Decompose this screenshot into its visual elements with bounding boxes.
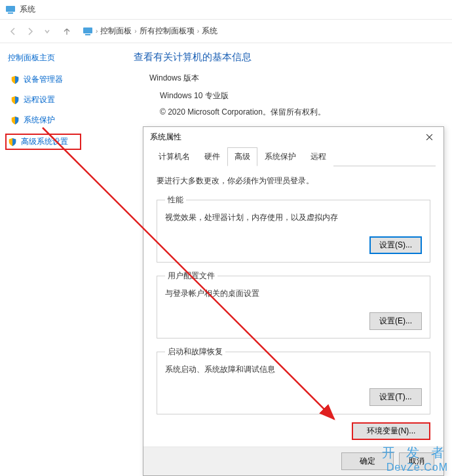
dialog-titlebar: 系统属性: [143, 127, 443, 147]
sidebar-item-label: 远程设置: [24, 94, 55, 105]
back-button[interactable]: [7, 25, 20, 38]
sidebar-item-device-manager[interactable]: 设备管理器: [8, 73, 123, 86]
admin-note: 要进行大多数更改，你必须作为管理员登录。: [157, 175, 430, 187]
svg-rect-2: [83, 27, 92, 33]
startup-recovery-legend: 启动和故障恢复: [165, 346, 225, 357]
tab-advanced[interactable]: 高级: [227, 147, 257, 166]
dialog-footer: 确定 取消: [143, 447, 443, 475]
environment-variables-button[interactable]: 环境变量(N)...: [352, 422, 430, 440]
navigation-bar: › 控制面板 › 所有控制面板项 › 系统: [0, 20, 452, 43]
svg-rect-1: [8, 12, 13, 14]
sidebar-item-advanced-system-settings[interactable]: 高级系统设置: [5, 134, 81, 150]
shield-icon: [10, 75, 20, 84]
startup-recovery-settings-button[interactable]: 设置(T)...: [369, 388, 422, 406]
svg-rect-3: [85, 34, 90, 35]
system-icon: [5, 5, 16, 15]
window-titlebar: 系统: [0, 0, 452, 20]
sidebar-home-link[interactable]: 控制面板主页: [8, 52, 123, 64]
shield-icon: [10, 96, 20, 105]
chevron-right-icon: ›: [96, 27, 98, 35]
user-profiles-legend: 用户配置文件: [165, 270, 217, 282]
performance-legend: 性能: [165, 194, 186, 206]
performance-group: 性能 视觉效果，处理器计划，内存使用，以及虚拟内存 设置(S)...: [157, 194, 430, 263]
shield-icon: [8, 137, 17, 147]
close-icon: [426, 134, 433, 141]
up-button[interactable]: [60, 25, 73, 38]
sidebar-item-label: 设备管理器: [24, 74, 63, 85]
user-profiles-group: 用户配置文件 与登录帐户相关的桌面设置 设置(E)...: [157, 270, 430, 339]
sidebar-item-label: 高级系统设置: [21, 136, 68, 147]
chevron-right-icon: ›: [197, 27, 199, 35]
chevron-right-icon: ›: [134, 27, 136, 35]
user-profiles-settings-button[interactable]: 设置(E)...: [369, 312, 422, 330]
forward-button[interactable]: [24, 25, 37, 38]
window-title: 系统: [20, 4, 35, 15]
performance-settings-button[interactable]: 设置(S)...: [369, 236, 422, 254]
startup-recovery-desc: 系统启动、系统故障和调试信息: [165, 364, 422, 375]
shield-icon: [10, 116, 20, 125]
windows-version-label: Windows 版本: [149, 73, 452, 84]
sidebar: 控制面板主页 设备管理器 远程设置 系统保护 高级系统设置: [0, 43, 131, 476]
sidebar-item-remote-settings[interactable]: 远程设置: [8, 93, 123, 107]
startup-recovery-group: 启动和故障恢复 系统启动、系统故障和调试信息 设置(T)...: [157, 346, 430, 414]
recent-dropdown[interactable]: [41, 25, 54, 38]
svg-rect-0: [6, 6, 15, 12]
tab-strip: 计算机名 硬件 高级 系统保护 远程: [151, 147, 436, 166]
performance-desc: 视觉效果，处理器计划，内存使用，以及虚拟内存: [165, 212, 422, 223]
sidebar-item-system-protection[interactable]: 系统保护: [8, 113, 123, 127]
system-icon: [83, 26, 93, 37]
tab-hardware[interactable]: 硬件: [197, 147, 227, 166]
tab-remote[interactable]: 远程: [303, 147, 333, 166]
tab-computer-name[interactable]: 计算机名: [151, 147, 197, 166]
ok-button[interactable]: 确定: [341, 452, 394, 470]
breadcrumb[interactable]: › 控制面板 › 所有控制面板项 › 系统: [83, 26, 217, 37]
close-button[interactable]: [421, 129, 437, 145]
cancel-button[interactable]: 取消: [399, 452, 434, 470]
copyright-text: © 2020 Microsoft Corporation。保留所有权利。: [160, 107, 452, 118]
windows-edition: Windows 10 专业版: [160, 90, 452, 101]
page-heading: 查看有关计算机的基本信息: [134, 51, 452, 64]
breadcrumb-seg[interactable]: 控制面板: [100, 26, 132, 37]
breadcrumb-seg[interactable]: 所有控制面板项: [140, 26, 195, 37]
user-profiles-desc: 与登录帐户相关的桌面设置: [165, 288, 422, 299]
breadcrumb-seg[interactable]: 系统: [202, 26, 217, 37]
system-properties-dialog: 系统属性 计算机名 硬件 高级 系统保护 远程 要进行大多数更改，你必须作为管理…: [143, 126, 444, 476]
tab-system-protection[interactable]: 系统保护: [257, 147, 303, 166]
dialog-title: 系统属性: [150, 132, 181, 143]
sidebar-item-label: 系统保护: [24, 115, 55, 126]
